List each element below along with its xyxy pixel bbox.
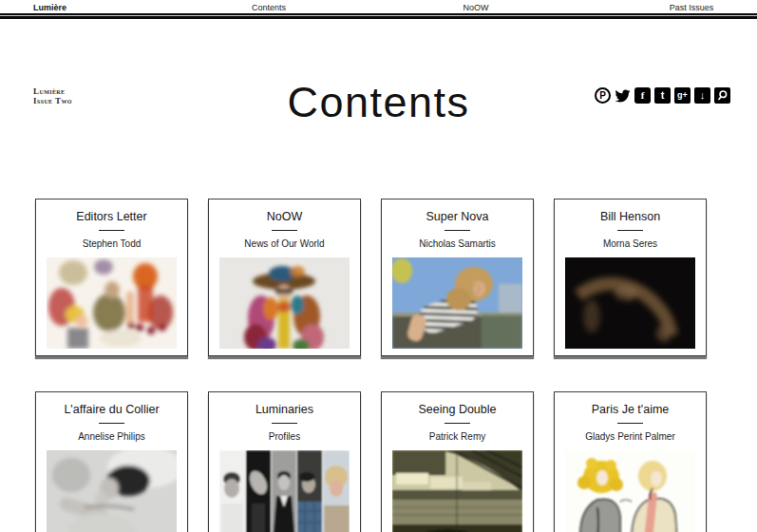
googleplus-glyph: g+ <box>677 91 688 100</box>
card-author: Profiles <box>213 430 356 443</box>
contents-page: Lumière Contents NoOW Past Issues Lumièr… <box>0 0 757 532</box>
thumbnail-laffaire-photo <box>47 450 177 532</box>
card-author: Nicholas Samartis <box>386 238 529 250</box>
facebook-glyph: f <box>641 90 645 101</box>
card-author: Gladys Perint Palmer <box>558 430 702 443</box>
nav-item-noow[interactable]: NoOW <box>464 3 489 12</box>
card-laffaire-du-collier[interactable]: L'affaire du Collier Annelise Philips <box>35 391 188 532</box>
card-author: Patrick Remy <box>386 430 529 443</box>
contents-grid: Editors Letter Stephen Todd <box>35 199 707 532</box>
card-divider <box>445 230 470 231</box>
thumbnail-paris-illustration <box>565 450 695 532</box>
nav-divider-rule <box>0 13 757 19</box>
card-title: NoOW <box>213 210 356 223</box>
thumbnail-editors-letter-illustration <box>47 257 177 349</box>
card-divider <box>99 230 124 231</box>
thumbnail-bill-henson-photo <box>565 257 695 349</box>
card-luminaries[interactable]: Luminaries Profiles <box>208 391 361 532</box>
thumbnail-super-nova-photo <box>392 257 522 349</box>
card-noow[interactable]: NoOW News of Our World <box>208 199 361 356</box>
nav-item-contents[interactable]: Contents <box>252 3 286 12</box>
facebook-icon[interactable]: f <box>634 87 651 104</box>
googleplus-icon[interactable]: g+ <box>674 87 691 104</box>
top-nav: Lumière Contents NoOW Past Issues <box>0 0 757 13</box>
card-title: Super Nova <box>386 210 529 223</box>
card-author: News of Our World <box>213 238 356 250</box>
pinterest-icon[interactable]: P <box>595 87 611 104</box>
card-divider <box>445 423 470 424</box>
thumbnail-luminaries-collage <box>219 450 350 532</box>
card-author: Annelise Philips <box>40 430 183 443</box>
twitter-icon[interactable] <box>615 87 631 104</box>
card-paris-je-taime[interactable]: Paris Je t'aime Gladys Perint Palmer <box>554 391 707 532</box>
card-seeing-double[interactable]: Seeing Double Patrick Remy <box>381 391 534 532</box>
nav-brand-lumiere[interactable]: Lumière <box>33 3 66 12</box>
card-title: Paris Je t'aime <box>558 403 702 416</box>
card-divider <box>617 423 643 424</box>
pinterest-glyph: P <box>599 90 606 101</box>
card-title: L'affaire du Collier <box>40 403 183 416</box>
tumblr-glyph: t <box>661 90 665 101</box>
social-bar: P f t g+ ↓ <box>595 87 730 104</box>
twitter-bird-glyph <box>615 88 631 104</box>
card-divider <box>99 423 124 424</box>
nav-item-past-issues[interactable]: Past Issues <box>670 3 714 12</box>
download-icon[interactable]: ↓ <box>694 87 710 104</box>
card-author: Stephen Todd <box>40 238 183 250</box>
card-title: Seeing Double <box>386 403 529 416</box>
thumbnail-seeing-double-photo <box>392 450 522 532</box>
card-bill-henson[interactable]: Bill Henson Morna Seres <box>554 199 707 356</box>
card-title: Bill Henson <box>558 210 702 223</box>
download-glyph: ↓ <box>700 90 706 101</box>
magnifier-glyph <box>716 89 729 102</box>
tumblr-icon[interactable]: t <box>654 87 671 104</box>
card-title: Luminaries <box>213 403 356 416</box>
card-editors-letter[interactable]: Editors Letter Stephen Todd <box>35 199 188 356</box>
card-author: Morna Seres <box>558 238 702 250</box>
card-divider <box>272 230 297 231</box>
card-divider <box>617 230 643 231</box>
card-super-nova[interactable]: Super Nova Nicholas Samartis <box>381 199 534 356</box>
card-title: Editors Letter <box>40 210 183 223</box>
thumbnail-noow-photo <box>219 257 350 349</box>
card-divider <box>272 423 297 424</box>
search-icon[interactable] <box>714 87 730 104</box>
